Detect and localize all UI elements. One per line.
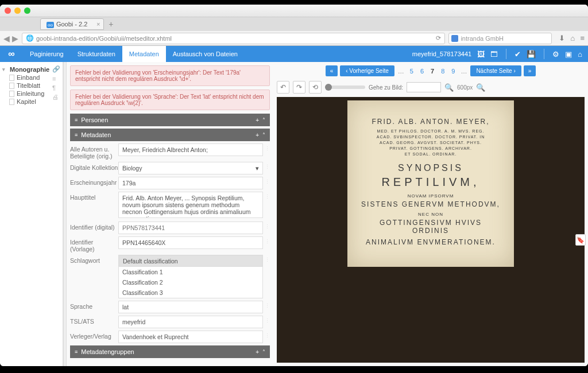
zoom-value: 600px <box>457 84 473 91</box>
label-id-vorlage: Identifier (Vorlage) <box>70 236 118 252</box>
validation-error: Fehler bei der Validierung von 'Erschein… <box>70 65 270 86</box>
app-navbar: ∞ Paginierung Strukturdaten Metadaten Au… <box>0 46 588 62</box>
nav-austausch[interactable]: Austausch von Dateien <box>166 46 245 62</box>
select-collection[interactable]: Biology▾ <box>118 162 263 174</box>
page-num[interactable]: 6 <box>418 68 426 75</box>
nav-paginierung[interactable]: Paginierung <box>23 46 71 62</box>
window-titlebar <box>0 5 588 17</box>
panel-persons[interactable]: ≡Personen+˄ <box>70 114 270 126</box>
collapse-icon[interactable]: ˄ <box>262 117 265 123</box>
print-icon[interactable]: 🖨 <box>52 94 60 100</box>
check-icon[interactable]: ✔ <box>514 50 521 59</box>
image-icon[interactable]: 🖼 <box>477 50 485 59</box>
label-collection: Digitale Kollektion <box>70 162 118 171</box>
input-authors[interactable] <box>118 143 263 156</box>
page-num-current: 7 <box>428 68 436 75</box>
next-page-button[interactable]: Nächste Seite › <box>470 65 521 76</box>
add-icon[interactable]: + <box>256 117 259 123</box>
process-name: meyefrid_578173441 <box>412 50 471 57</box>
label-title: Haupttitel <box>70 192 118 201</box>
tab-title: Goobi - 2.2 <box>56 21 87 28</box>
nav-metadaten[interactable]: Metadaten <box>122 46 166 62</box>
input-verlag[interactable] <box>118 331 263 343</box>
tree-item[interactable]: Titelblatt <box>2 81 60 90</box>
goto-label: Gehe zu Bild: <box>369 84 403 91</box>
tree-item[interactable]: Kapitel <box>2 98 60 106</box>
scan-viewer[interactable]: FRID. ALB. ANTON. MEYER, MED. ET PHILOS.… <box>277 97 585 363</box>
maximize-window-icon[interactable] <box>24 7 30 14</box>
page-num[interactable]: 9 <box>449 68 457 75</box>
tree-item[interactable]: Einleitung <box>2 90 60 98</box>
close-window-icon[interactable] <box>5 7 11 14</box>
paragraph-icon[interactable]: ¶ <box>52 84 60 91</box>
input-sprache[interactable] <box>118 301 263 313</box>
search-icon[interactable]: 🔍 <box>444 83 454 92</box>
label-id-digital: Identifier (digital) <box>70 222 118 231</box>
page-num[interactable]: 8 <box>439 68 447 75</box>
tree-root[interactable]: ▾Monographie <box>2 65 60 73</box>
schlagwort-option[interactable]: Classification 2 <box>119 277 262 287</box>
schlagwort-option[interactable]: Classification 1 <box>119 267 262 277</box>
link-icon[interactable]: 🔗 <box>52 65 60 73</box>
label-tsl: TSL/ATS <box>70 316 118 325</box>
tree-item[interactable]: Einband <box>2 73 60 81</box>
schlagwort-option[interactable]: Default classification <box>119 255 262 267</box>
input-id-vorlage[interactable] <box>118 236 263 249</box>
textarea-title[interactable]: Frid. Alb. Anton Meyer, ... Synopsis Rep… <box>118 192 263 218</box>
back-button[interactable]: ◀ <box>3 34 10 43</box>
page-num[interactable]: 5 <box>408 68 416 75</box>
scanned-page: FRID. ALB. ANTON. MEYER, MED. ET PHILOS.… <box>347 100 514 267</box>
label-authors: Alle Autoren u. Beteiligte (orig.) <box>70 143 118 160</box>
reset-rotation-button[interactable]: ⟲ <box>309 81 322 94</box>
listbox-schlagwort[interactable]: Default classification Classification 1 … <box>118 255 263 298</box>
download-icon[interactable]: ⬇ <box>559 34 565 42</box>
label-verlag: Verleger/Verlag <box>70 331 118 340</box>
image-toolbar: ↶ ↷ ⟲ Gehe zu Bild: 🔍 600px 🔍 <box>277 81 585 94</box>
images-icon[interactable]: 🗔 <box>490 50 498 59</box>
add-icon[interactable]: + <box>256 349 259 355</box>
url-text: goobi-intranda-edition/Goobi/uii/metsedi… <box>36 35 172 42</box>
first-page-button[interactable]: « <box>326 65 338 76</box>
goto-input[interactable] <box>407 82 441 92</box>
panel-groups[interactable]: ≡Metadatengruppen+˄ <box>70 345 270 358</box>
add-icon[interactable]: + <box>256 132 259 138</box>
zoom-icon[interactable]: 🔍 <box>476 83 485 92</box>
close-tab-icon[interactable]: × <box>96 21 100 28</box>
search-placeholder: intranda GmbH <box>461 35 504 42</box>
prev-page-button[interactable]: ‹ Vorherige Seite <box>340 65 394 76</box>
schlagwort-option[interactable]: Classification 3 <box>119 287 262 298</box>
reload-icon[interactable]: ⟳ <box>436 34 441 42</box>
label-schlagwort: Schlagwort <box>70 255 118 264</box>
help-icon[interactable]: ▣ <box>565 50 572 59</box>
minimize-window-icon[interactable] <box>14 7 21 14</box>
input-tsl[interactable] <box>118 316 263 328</box>
list-icon[interactable]: ≡ <box>52 75 60 82</box>
home-icon[interactable]: ⌂ <box>578 50 582 59</box>
new-tab-button[interactable]: + <box>109 20 113 29</box>
save-icon[interactable]: 💾 <box>527 50 536 59</box>
label-sprache: Sprache <box>70 301 118 310</box>
input-id-digital[interactable] <box>118 222 263 234</box>
bookmark-button[interactable]: 🔖 <box>575 234 586 246</box>
nav-strukturdaten[interactable]: Strukturdaten <box>71 46 122 62</box>
browser-tab[interactable]: ooGoobi - 2.2× <box>40 18 104 30</box>
structure-tree: 🔗 ≡ ¶ 🖨 ▾Monographie Einband Titelblatt … <box>0 62 63 366</box>
menu-icon[interactable]: ≡ <box>580 34 585 42</box>
rotate-right-button[interactable]: ↷ <box>293 81 305 94</box>
home-icon[interactable]: ⌂ <box>570 34 575 42</box>
panel-metadata[interactable]: ≡Metadaten+˄ <box>70 129 270 141</box>
browser-search[interactable]: intranda GmbH <box>448 33 552 44</box>
settings-icon[interactable]: ⚙ <box>552 50 559 59</box>
validation-error: Fehler bei der Validierung von 'Sprache'… <box>70 90 270 110</box>
rotate-left-button[interactable]: ↶ <box>277 81 289 94</box>
collapse-icon[interactable]: ˄ <box>262 132 265 138</box>
collapse-icon[interactable]: ˄ <box>262 349 265 355</box>
input-year[interactable] <box>118 177 263 189</box>
app-logo[interactable]: ∞ <box>0 49 23 59</box>
last-page-button[interactable]: » <box>524 65 536 76</box>
zoom-slider[interactable] <box>325 86 365 89</box>
label-year: Erscheinungsjahr <box>70 177 118 186</box>
address-bar[interactable]: 🌐goobi-intranda-edition/Goobi/uii/metsed… <box>22 33 445 44</box>
browser-tabbar: ooGoobi - 2.2× + <box>0 17 588 31</box>
forward-button[interactable]: ▶ <box>12 34 18 43</box>
